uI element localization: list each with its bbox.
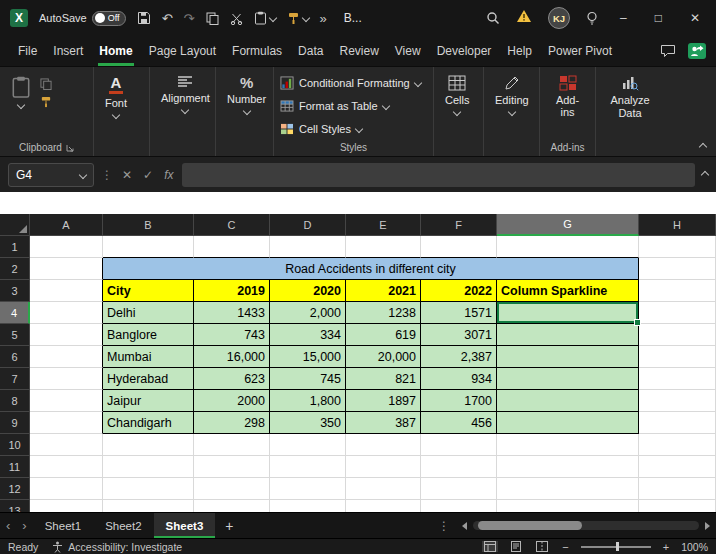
cell[interactable]: [639, 434, 716, 456]
cell[interactable]: [270, 500, 346, 512]
cell-E4[interactable]: 1238: [346, 302, 421, 324]
cell-styles-button[interactable]: Cell Styles: [280, 119, 362, 138]
cell[interactable]: [497, 434, 639, 456]
cell[interactable]: [421, 434, 497, 456]
cell-H9[interactable]: [639, 412, 716, 434]
row-header-7[interactable]: 7: [0, 368, 30, 390]
cell-A9[interactable]: [30, 412, 103, 434]
cell[interactable]: [639, 500, 716, 512]
format-as-table-button[interactable]: Format as Table: [280, 97, 389, 116]
col-header-A[interactable]: A: [30, 214, 103, 236]
col-header-E[interactable]: E: [346, 214, 421, 236]
normal-view-button[interactable]: [482, 541, 498, 552]
format-painter-button[interactable]: [287, 12, 309, 25]
sheet-tab-sheet2[interactable]: Sheet2: [93, 513, 153, 538]
minimize-button[interactable]: –: [614, 11, 633, 25]
cell[interactable]: [194, 500, 270, 512]
zoom-level[interactable]: 100%: [681, 541, 708, 553]
cell-F7[interactable]: 934: [421, 368, 497, 390]
comments-button[interactable]: [660, 44, 676, 58]
save-button[interactable]: [137, 11, 151, 25]
cell-B8[interactable]: Jaipur: [103, 390, 194, 412]
menu-tab-file[interactable]: File: [10, 36, 45, 66]
cell-A6[interactable]: [30, 346, 103, 368]
cell-A4[interactable]: [30, 302, 103, 324]
cell-C1[interactable]: [194, 236, 270, 258]
col-header-F[interactable]: F: [421, 214, 497, 236]
cell[interactable]: [421, 456, 497, 478]
cell-C9[interactable]: 298: [194, 412, 270, 434]
cell-B3[interactable]: City: [103, 280, 194, 302]
row-header-5[interactable]: 5: [0, 324, 30, 346]
redo-button[interactable]: ↷: [184, 11, 195, 26]
cell[interactable]: [270, 478, 346, 500]
addins-button[interactable]: Add-ins: [546, 74, 589, 119]
col-header-C[interactable]: C: [194, 214, 270, 236]
cell-D9[interactable]: 350: [270, 412, 346, 434]
active-cell-G4[interactable]: [497, 302, 639, 324]
cell-H5[interactable]: [639, 324, 716, 346]
hscroll-left-button[interactable]: [462, 522, 467, 530]
cell-G7[interactable]: [497, 368, 639, 390]
cell-A7[interactable]: [30, 368, 103, 390]
number-format-button[interactable]: % Number: [222, 74, 271, 115]
row-header-6[interactable]: 6: [0, 346, 30, 368]
col-header-H[interactable]: H: [639, 214, 716, 236]
conditional-formatting-button[interactable]: Conditional Formatting: [280, 74, 421, 93]
sheet-nav-right-button[interactable]: ›: [16, 518, 32, 533]
accessibility-status[interactable]: Accessibility: Investigate: [52, 541, 182, 553]
cell[interactable]: [103, 478, 194, 500]
cell-E5[interactable]: 619: [346, 324, 421, 346]
cell-F6[interactable]: 2,387: [421, 346, 497, 368]
menu-tab-developer[interactable]: Developer: [429, 36, 500, 66]
sheet-nav-left-button[interactable]: ‹: [0, 518, 16, 533]
cell[interactable]: [103, 456, 194, 478]
row-header-2[interactable]: 2: [0, 258, 30, 280]
cell-D4[interactable]: 2,000: [270, 302, 346, 324]
cell[interactable]: [270, 456, 346, 478]
expand-formula-bar-button[interactable]: [702, 172, 708, 178]
cell-B5[interactable]: Banglore: [103, 324, 194, 346]
menu-tab-help[interactable]: Help: [499, 36, 540, 66]
autosave-toggle[interactable]: AutoSave Off: [39, 11, 126, 26]
cell[interactable]: [30, 500, 103, 512]
paste-button[interactable]: [254, 11, 276, 25]
cut-button[interactable]: [230, 12, 243, 25]
cancel-button[interactable]: ✕: [120, 168, 134, 182]
cell-C8[interactable]: 2000: [194, 390, 270, 412]
cell-D8[interactable]: 1,800: [270, 390, 346, 412]
cell-D5[interactable]: 334: [270, 324, 346, 346]
cell-A2[interactable]: [30, 258, 103, 280]
row-header-4[interactable]: 4: [0, 302, 30, 324]
col-header-B[interactable]: B: [103, 214, 194, 236]
cell-E7[interactable]: 821: [346, 368, 421, 390]
cell-G1[interactable]: [497, 236, 639, 258]
scrollbar-thumb[interactable]: [478, 521, 582, 530]
zoom-slider[interactable]: [581, 546, 651, 548]
cell-H6[interactable]: [639, 346, 716, 368]
cell[interactable]: [30, 456, 103, 478]
collapse-ribbon-button[interactable]: [700, 144, 706, 150]
col-header-D[interactable]: D: [270, 214, 346, 236]
cell-D1[interactable]: [270, 236, 346, 258]
cell-E3[interactable]: 2021: [346, 280, 421, 302]
cell-G6[interactable]: [497, 346, 639, 368]
zoom-in-button[interactable]: +: [661, 541, 671, 553]
toggle-switch[interactable]: Off: [92, 11, 126, 26]
editing-button[interactable]: Editing: [490, 74, 534, 116]
row-header-3[interactable]: 3: [0, 280, 30, 302]
cell[interactable]: [270, 434, 346, 456]
cell[interactable]: [497, 500, 639, 512]
cell[interactable]: [30, 478, 103, 500]
font-settings-button[interactable]: A Font: [100, 74, 132, 119]
cell-H4[interactable]: [639, 302, 716, 324]
menu-tab-power-pivot[interactable]: Power Pivot: [540, 36, 620, 66]
cell-H2[interactable]: [639, 258, 716, 280]
cell-G3[interactable]: Column Sparkline: [497, 280, 639, 302]
cell-C4[interactable]: 1433: [194, 302, 270, 324]
cell[interactable]: [103, 434, 194, 456]
menu-tab-review[interactable]: Review: [331, 36, 386, 66]
cell-G9[interactable]: [497, 412, 639, 434]
copy-small-button[interactable]: [40, 78, 52, 90]
search-button[interactable]: [486, 11, 500, 25]
